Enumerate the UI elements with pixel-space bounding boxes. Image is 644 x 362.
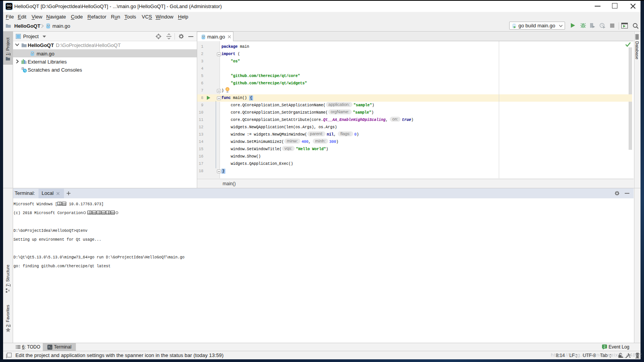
svg-text:2: 2 [604, 345, 605, 349]
